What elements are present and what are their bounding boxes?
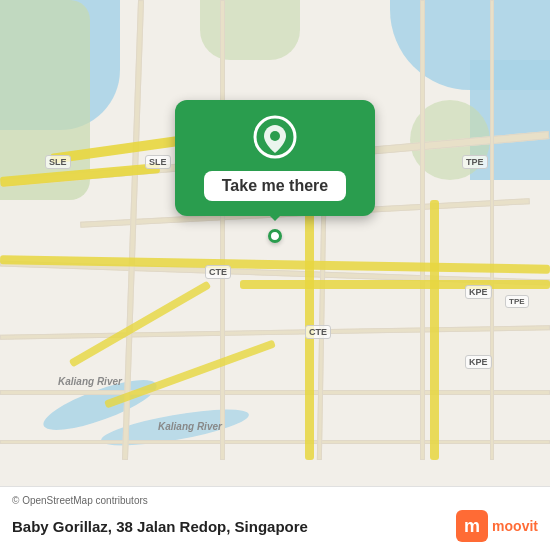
moovit-text-label: moovit bbox=[492, 518, 538, 534]
moovit-logo[interactable]: m moovit bbox=[456, 510, 538, 542]
road-label-cte-lower2: CTE bbox=[305, 325, 331, 339]
road-v4 bbox=[420, 0, 425, 460]
road-v5 bbox=[490, 0, 494, 460]
expressway-kpe-v bbox=[430, 200, 439, 460]
road-label-tpe-right2: TPE bbox=[505, 295, 529, 308]
road-label-sle-center: SLE bbox=[145, 155, 171, 169]
map-pin-container: Take me there bbox=[175, 100, 375, 243]
map-container: SLE SLE TPE CTE CTE KPE KPE TPE Kaliang … bbox=[0, 0, 550, 550]
bottom-bar: © OpenStreetMap contributors Baby Gorill… bbox=[0, 486, 550, 550]
map-tooltip: Take me there bbox=[175, 100, 375, 216]
svg-point-1 bbox=[270, 131, 280, 141]
road-label-kaliang1: Kaliang River bbox=[55, 375, 125, 388]
road-label-tpe-right: TPE bbox=[462, 155, 488, 169]
green-area-top bbox=[200, 0, 300, 60]
moovit-m-icon: m bbox=[456, 510, 488, 542]
location-name: Baby Gorillaz, 38 Jalan Redop, Singapore bbox=[12, 518, 308, 535]
location-pin-icon bbox=[253, 115, 297, 159]
osm-attribution: © OpenStreetMap contributors bbox=[12, 495, 538, 506]
pin-dot bbox=[268, 229, 282, 243]
road-h5 bbox=[0, 390, 550, 395]
road-label-kpe-right: KPE bbox=[465, 285, 492, 299]
expressway-cte2 bbox=[240, 280, 550, 289]
location-row: Baby Gorillaz, 38 Jalan Redop, Singapore… bbox=[12, 510, 538, 542]
road-label-cte-lower: CTE bbox=[205, 265, 231, 279]
road-h6 bbox=[0, 440, 550, 444]
road-label-kpe-right2: KPE bbox=[465, 355, 492, 369]
road-label-sle-left: SLE bbox=[45, 155, 71, 169]
road-label-kaliang2: Kaliang River bbox=[155, 420, 225, 433]
take-me-there-button[interactable]: Take me there bbox=[204, 171, 346, 201]
